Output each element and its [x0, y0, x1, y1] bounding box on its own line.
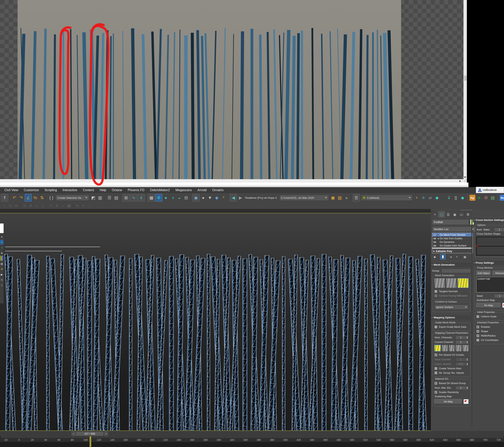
no-map-button[interactable]: No Map — [476, 303, 501, 308]
curve-editor-icon[interactable]: ∿ — [130, 194, 137, 201]
menu-scripting[interactable]: Scripting — [42, 187, 60, 193]
current-frame-display[interactable]: 107 / 996 — [76, 431, 104, 436]
spin-up-icon[interactable] — [467, 341, 468, 342]
checkbox[interactable]: ✓ — [434, 353, 437, 357]
material-ball-icon[interactable]: ● — [200, 194, 206, 201]
checkbox-based-on-strand-group[interactable]: ✓Based On Strand Group — [434, 381, 469, 385]
modifier-row-ox-guides-from-surface[interactable]: Ox Guides from Surface — [432, 244, 473, 248]
ox-balloon-icon[interactable]: ○ — [1, 203, 7, 208]
rendered-frame-icon[interactable]: ● — [162, 194, 169, 201]
mesh-type-thumbnail-1[interactable] — [442, 345, 448, 352]
timeline-playhead[interactable] — [90, 436, 91, 447]
track-bar-ruler[interactable]: -200204060801001201401601802002202402602… — [0, 436, 504, 442]
expand-icon[interactable]: ▶ — [432, 250, 436, 252]
spinner-field[interactable]: 1 — [455, 336, 469, 340]
rollout-cross-section-settings[interactable]: ▾Cross-Section Settings — [473, 217, 504, 222]
ox-weave-icon[interactable]: + — [34, 203, 39, 208]
rgb-bars-icon[interactable] — [0, 256, 4, 261]
ox-curl-icon[interactable]: ≈ — [48, 203, 54, 208]
ox-guides-icon[interactable]: ∿ — [21, 203, 28, 208]
mesh-type-thumbnail-0[interactable] — [434, 278, 445, 288]
remove-button[interactable]: Remove — [493, 271, 504, 276]
forest-pack-icon[interactable]: Fp — [469, 195, 475, 201]
grey-material-icon[interactable]: ■ — [0, 250, 4, 255]
ox-grasshopper-icon[interactable]: ≡ — [13, 203, 19, 208]
schematic-view-icon[interactable]: ⇓ — [138, 194, 145, 201]
material-ball-icon[interactable]: ● — [0, 240, 4, 245]
next-frame-button[interactable]: > — [104, 431, 108, 436]
spinner-snap-icon[interactable]: ⇅ — [39, 194, 45, 201]
spin-up-icon[interactable] — [467, 336, 468, 337]
ox-braid-icon[interactable]: ∿ — [74, 203, 80, 208]
page-cursor-icon[interactable]: ▯ — [453, 194, 459, 201]
checkbox-rotation[interactable]: ✓Rotation — [476, 325, 504, 329]
checkbox-width-radius[interactable]: ✓Width/Radius — [476, 334, 504, 338]
fetch-scene-state-icon[interactable]: ▨ — [337, 194, 343, 201]
checkbox[interactable]: ✓ — [434, 382, 437, 385]
menu-arnold[interactable]: Arnold — [195, 187, 209, 193]
checkbox-shape[interactable]: ✓Shape — [476, 329, 504, 334]
spinner-field[interactable]: 1 — [455, 358, 469, 361]
checkbox-str-group-tex-islands[interactable]: Str. Group Tex. Islands — [434, 371, 469, 375]
menu-octane[interactable]: Octane — [109, 187, 125, 193]
menu-customize[interactable]: Customize — [21, 187, 42, 193]
spinner-arrows[interactable] — [466, 341, 468, 343]
material-editor-icon[interactable]: ▦ — [148, 194, 155, 201]
menu-content[interactable]: Content — [80, 187, 97, 193]
spin-down-icon[interactable] — [467, 388, 468, 389]
cloth-icon[interactable]: ▼ — [207, 194, 213, 201]
spin-down-icon[interactable] — [467, 338, 468, 339]
text-field[interactable] — [441, 269, 471, 273]
render-iterative-icon[interactable]: ◒ — [176, 194, 182, 201]
menu-debrismaker2[interactable]: DebrisMaker2 — [147, 187, 173, 193]
spinner-field[interactable]: 1 — [455, 386, 469, 390]
spinner-field[interactable]: 0.02 — [455, 362, 469, 366]
list-icon[interactable]: ☰ — [0, 277, 4, 282]
cross-section-shape-canvas[interactable] — [476, 237, 504, 255]
list2-icon[interactable]: ☰ — [0, 283, 4, 288]
perspective-viewport[interactable]: ●●◑■▦⚙▶☰☰ — [0, 213, 431, 431]
spinner-arrows[interactable] — [466, 336, 468, 339]
expand-icon[interactable]: ▶ — [437, 237, 440, 239]
spinner-arrows[interactable] — [466, 387, 468, 389]
help-globe-icon[interactable]: ◉ — [192, 194, 199, 201]
rollout-proxy-settings[interactable]: ▾Proxy Settings — [473, 260, 504, 265]
tab-display[interactable]: ▭ — [458, 211, 465, 217]
checkbox-camera-facing-billboards[interactable]: ✓Camera Facing Billboards — [434, 294, 469, 298]
rollout-mesh-generation[interactable]: ▾Mesh Generation — [431, 262, 472, 267]
tab-motion[interactable]: ◉ — [451, 211, 458, 217]
docked-mini-toolbar[interactable]: ●●◑■▦⚙▶☰☰ — [0, 223, 4, 304]
more-chevrons-icon[interactable]: » — [343, 194, 350, 201]
layer-stack-icon[interactable]: ☰ — [353, 194, 360, 201]
selection-set-dropdown[interactable]: Create Selection Se — [55, 195, 89, 201]
checkbox[interactable] — [476, 339, 479, 342]
open-windows-icon[interactable]: ⊟ — [183, 194, 189, 201]
forest-trees-icon[interactable]: ♣ — [476, 194, 483, 201]
checkbox[interactable]: ✓ — [434, 294, 437, 297]
checkbox-per-strand-uv-coords[interactable]: ✓Per-Strand UV Coords. — [434, 353, 469, 357]
download-stack-icon[interactable]: ⇓ — [446, 194, 452, 201]
layer-list-icon[interactable]: ▤ — [113, 194, 119, 201]
menu-interactive[interactable]: Interactive — [60, 187, 80, 193]
checkbox[interactable]: ✓ — [476, 330, 479, 333]
checkbox-tangent-normals[interactable]: Tangent Normals — [434, 289, 469, 294]
gear-arrow-icon[interactable]: ▶ — [237, 194, 244, 201]
spin-up-icon[interactable] — [467, 358, 468, 359]
menu-help[interactable]: Help — [97, 187, 109, 193]
pin-stack-icon[interactable]: ◆ — [432, 254, 437, 259]
menu-civil-view[interactable]: Civil View — [1, 187, 21, 193]
menu-megascans[interactable]: Megascans — [173, 187, 195, 193]
add-layer-icon[interactable]: + — [414, 194, 420, 201]
spin-down-icon[interactable] — [467, 342, 468, 343]
gear-icon[interactable]: ⚙ — [0, 267, 4, 271]
mesh-type-thumbnail-2[interactable] — [457, 278, 469, 288]
select-object-icon[interactable]: ◩ — [90, 194, 96, 201]
previous-frame-button[interactable]: < — [72, 431, 76, 436]
checker-ball-icon[interactable]: ◑ — [0, 245, 4, 250]
forest-tools-icon[interactable]: ⚙ — [483, 194, 489, 201]
mesh-type-thumbnail-2[interactable] — [449, 345, 455, 352]
back-arrow-icon[interactable]: ◀ — [230, 194, 237, 201]
vertical-scrollbar-thumb[interactable] — [464, 75, 467, 81]
railclone-icon[interactable]: Rc — [500, 195, 504, 201]
scroll-right-icon[interactable] — [459, 180, 461, 182]
